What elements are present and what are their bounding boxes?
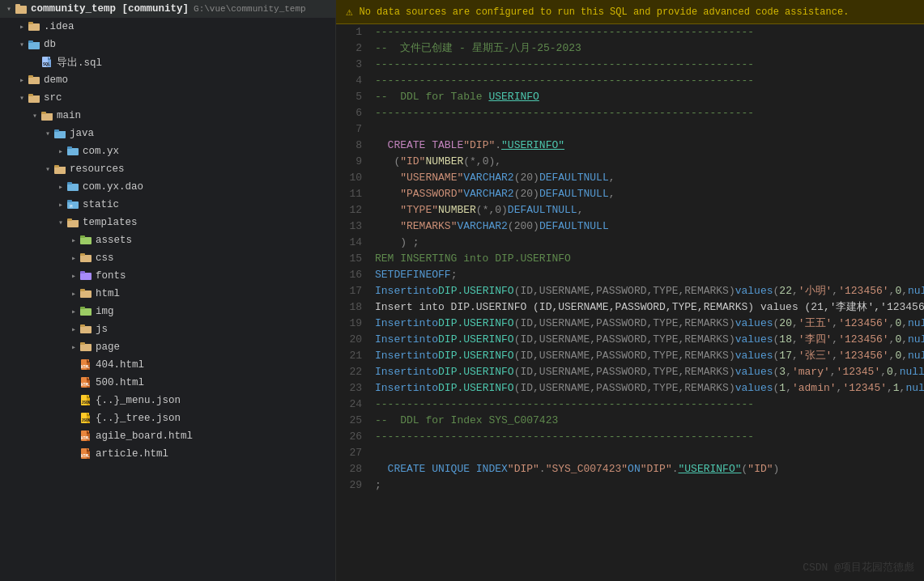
code-line-18: Insert into DIP.USERINFO (ID,USERNAME,PA… <box>375 299 924 316</box>
svg-rect-2 <box>28 23 40 31</box>
svg-rect-20 <box>67 200 72 202</box>
tree-arrow-root[interactable]: ▾ <box>3 4 15 14</box>
tree-item-resources[interactable]: ▾ resources <box>0 160 335 178</box>
tree-arrow-resources[interactable]: ▾ <box>42 164 53 174</box>
tree-item-root[interactable]: ▾ community_temp [community] G:\vue\comm… <box>0 0 335 18</box>
tree-item-page[interactable]: ▸ page <box>0 338 335 356</box>
tree-arrow-css[interactable]: ▸ <box>68 253 79 263</box>
svg-rect-29 <box>80 290 92 298</box>
tree-item-main[interactable]: ▾ main <box>0 107 335 125</box>
code-line-28: CREATE UNIQUE INDEX "DIP"."SYS_C007423" … <box>375 461 924 477</box>
tree-arrow-src[interactable]: ▾ <box>16 93 28 103</box>
svg-rect-14 <box>67 148 79 155</box>
tree-arrow-java[interactable]: ▾ <box>42 129 53 138</box>
tree-arrow-js[interactable]: ▸ <box>68 324 79 334</box>
tree-arrow-static[interactable]: ▸ <box>55 200 66 210</box>
tree-item-demo[interactable]: ▸ demo <box>0 71 335 89</box>
tree-label-article.html: article.html <box>96 448 168 460</box>
tree-arrow-com.yx.dao[interactable]: ▸ <box>55 182 66 192</box>
tree-arrow-html[interactable]: ▸ <box>68 289 79 299</box>
tree-item-idea[interactable]: ▸ .idea <box>0 18 335 36</box>
tree-label-resources: resources <box>70 163 125 175</box>
code-content[interactable]: ----------------------------------------… <box>368 24 924 581</box>
code-line-13: "REMARKS" VARCHAR2(200) DEFAULT NULL <box>375 218 924 235</box>
tree-label-static: static <box>83 199 119 210</box>
tree-arrow-idea[interactable]: ▸ <box>16 22 28 32</box>
tree-item-js[interactable]: ▸ js <box>0 320 335 338</box>
line-number-20: 20 <box>343 332 362 348</box>
file-tree[interactable]: ▾ community_temp [community] G:\vue\comm… <box>0 0 336 581</box>
tree-arrow-templates[interactable]: ▾ <box>55 218 66 227</box>
svg-rect-12 <box>41 112 46 114</box>
line-number-8: 8 <box>343 138 362 154</box>
line-number-4: 4 <box>343 73 362 89</box>
tree-label-com.yx.dao: com.yx.dao <box>83 181 143 193</box>
svg-rect-31 <box>80 308 92 316</box>
tree-label-html: html <box>96 288 120 299</box>
tree-item-500.html[interactable]: HTML 500.html <box>0 374 335 392</box>
tree-icon-fonts <box>79 269 92 282</box>
svg-rect-10 <box>28 75 33 78</box>
tree-item-_menu.json[interactable]: JSON {..}_menu.json <box>0 392 335 409</box>
tree-item-html[interactable]: ▸ html <box>0 285 335 303</box>
tree-arrow-com.yx[interactable]: ▸ <box>55 146 66 156</box>
tree-item-fonts[interactable]: ▸ fonts <box>0 267 335 285</box>
code-line-7 <box>375 121 924 138</box>
tree-item-export-sql[interactable]: SQL 导出.sql <box>0 53 335 71</box>
svg-rect-36 <box>80 342 85 345</box>
tree-item-com.yx[interactable]: ▸ com.yx <box>0 142 335 160</box>
tree-label-demo: demo <box>44 74 68 86</box>
tree-arrow-fonts[interactable]: ▸ <box>68 271 79 281</box>
tree-label-img: img <box>96 306 114 317</box>
code-line-29: ; <box>375 477 924 494</box>
line-number-10: 10 <box>343 170 362 186</box>
tree-item-com.yx.dao[interactable]: ▸ com.yx.dao <box>0 178 335 196</box>
code-line-8: CREATE TABLE "DIP"."USERINFO" <box>375 138 924 154</box>
tree-item-article.html[interactable]: HTML article.html <box>0 445 335 463</box>
tree-icon-static: M <box>66 198 79 211</box>
tree-item-404.html[interactable]: HTML 404.html <box>0 356 335 374</box>
tree-arrow-db[interactable]: ▾ <box>16 40 28 49</box>
tree-item-assets[interactable]: ▸ assets <box>0 231 335 249</box>
tree-label-css: css <box>96 252 114 264</box>
tree-item-java[interactable]: ▾ java <box>0 125 335 142</box>
tree-arrow-page[interactable]: ▸ <box>68 342 79 352</box>
code-line-12: "TYPE" NUMBER(*,0) DEFAULT NULL, <box>375 202 924 218</box>
tree-item-_tree.json[interactable]: JSON {..}_tree.json <box>0 409 335 427</box>
code-line-26: ----------------------------------------… <box>375 429 924 445</box>
svg-text:M: M <box>70 204 73 210</box>
tree-label-_menu.json: {..}_menu.json <box>96 395 181 406</box>
svg-rect-30 <box>80 289 85 291</box>
tree-item-templates[interactable]: ▾ templates <box>0 214 335 231</box>
line-number-29: 29 <box>343 477 362 494</box>
line-number-28: 28 <box>343 461 362 477</box>
tree-label-agile_board.html: agile_board.html <box>96 430 193 442</box>
tree-item-img[interactable]: ▸ img <box>0 303 335 320</box>
tree-arrow-img[interactable]: ▸ <box>68 307 79 316</box>
svg-rect-4 <box>28 40 33 43</box>
tree-icon-root <box>15 2 28 15</box>
tree-item-src[interactable]: ▾ src <box>0 89 335 107</box>
code-line-16: SET DEFINE OFF; <box>375 267 924 283</box>
tree-label-src: src <box>44 92 62 104</box>
tree-arrow-demo[interactable]: ▸ <box>16 75 28 85</box>
svg-rect-15 <box>67 146 72 149</box>
line-number-24: 24 <box>343 397 362 413</box>
code-area[interactable]: 1234567891011121314151617181920212223242… <box>336 24 924 581</box>
line-number-2: 2 <box>343 40 362 57</box>
tree-arrow-main[interactable]: ▾ <box>29 111 40 121</box>
tree-label-templates: templates <box>83 217 138 228</box>
tree-item-agile_board.html[interactable]: HTML agile_board.html <box>0 427 335 445</box>
warning-bar: ⚠ No data sources are configured to run … <box>336 0 924 24</box>
tree-item-css[interactable]: ▸ css <box>0 249 335 267</box>
svg-rect-23 <box>80 237 92 244</box>
svg-rect-16 <box>54 165 59 168</box>
line-number-1: 1 <box>343 24 362 40</box>
tree-label-com.yx: com.yx <box>83 146 119 157</box>
tree-item-db[interactable]: ▾ db <box>0 36 335 53</box>
code-line-20: Insert into DIP.USERINFO (ID,USERNAME,PA… <box>375 332 924 348</box>
tree-item-static[interactable]: ▸ M static <box>0 196 335 214</box>
tree-arrow-assets[interactable]: ▸ <box>68 235 79 245</box>
tree-label-root: community_temp [community] <box>31 3 189 15</box>
tree-icon-assets <box>79 234 92 247</box>
